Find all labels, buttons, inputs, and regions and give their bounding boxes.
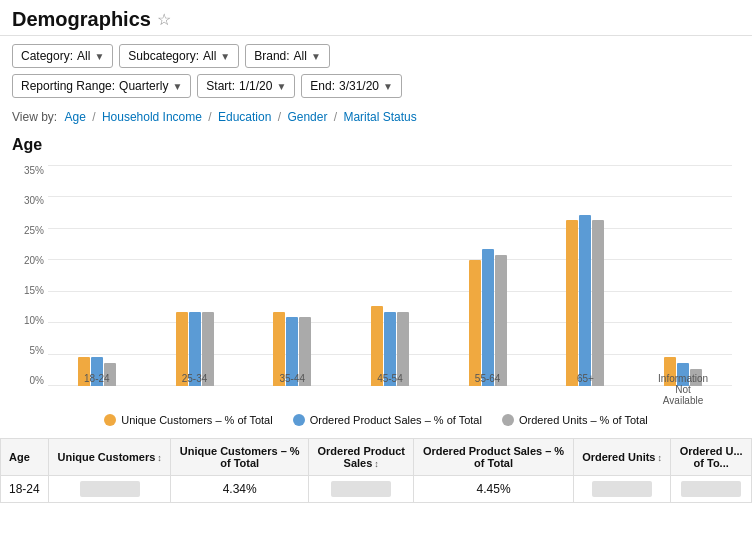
blurred-sales [331,481,391,497]
start-date-filter[interactable]: Start: 1/1/20 ▼ [197,74,295,98]
bar-orange-5 [566,220,578,386]
bars-wrapper [48,166,732,386]
view-marital-link[interactable]: Marital Status [343,110,416,124]
legend-ordered-sales: Ordered Product Sales – % of Total [293,414,482,426]
th-age: Age [1,439,49,476]
category-value: All [77,49,90,63]
cell-unique-1824 [49,476,171,503]
x-label-4: 55-64 [463,373,513,406]
end-value: 3/31/20 [339,79,379,93]
legend-label-blue: Ordered Product Sales – % of Total [310,414,482,426]
x-labels: 18-2425-3435-4445-5455-6465+Information … [48,373,732,406]
bar-blue-4 [482,249,494,386]
view-education-link[interactable]: Education [218,110,271,124]
y-label-15: 15% [24,286,44,296]
legend-dot-blue [293,414,305,426]
th-ordered-units: Ordered Units↕ [573,439,671,476]
legend-unique-customers: Unique Customers – % of Total [104,414,272,426]
sort-icon-ou: ↕ [657,453,662,463]
view-by-label: View by: [12,110,57,124]
view-income-link[interactable]: Household Income [102,110,202,124]
view-by-row: View by: Age / Household Income / Educat… [0,106,752,132]
sort-icon-uc: ↕ [157,453,162,463]
bar-group-55-64 [469,249,507,386]
x-label-6: Information Not Available [658,373,708,406]
bar-orange-4 [469,260,481,386]
cell-age-1824: 18-24 [1,476,49,503]
legend-label-gray: Ordered Units – % of Total [519,414,648,426]
start-value: 1/1/20 [239,79,272,93]
reporting-label: Reporting Range: [21,79,115,93]
cell-units-1824 [573,476,671,503]
view-gender-link[interactable]: Gender [287,110,327,124]
bars-5 [566,215,604,386]
brand-value: All [294,49,307,63]
blurred-unique [80,481,140,497]
sort-icon-ops: ↕ [374,459,379,469]
subcategory-arrow: ▼ [220,51,230,62]
bar-gray-4 [495,255,507,386]
category-filter[interactable]: Category: All ▼ [12,44,113,68]
th-unique-customers: Unique Customers↕ [49,439,171,476]
view-age-link[interactable]: Age [64,110,85,124]
y-label-0: 0% [30,376,44,386]
cell-unique-pct-1824: 4.34% [171,476,309,503]
end-date-filter[interactable]: End: 3/31/20 ▼ [301,74,402,98]
y-label-20: 20% [24,256,44,266]
x-label-1: 25-34 [170,373,220,406]
x-label-0: 18-24 [72,373,122,406]
reporting-range-filter[interactable]: Reporting Range: Quarterly ▼ [12,74,191,98]
bar-gray-5 [592,220,604,386]
legend-dot-orange [104,414,116,426]
y-label-25: 25% [24,226,44,236]
table-header-row: Age Unique Customers↕ Unique Customers –… [1,439,752,476]
legend-label-orange: Unique Customers – % of Total [121,414,272,426]
demographics-table: Age Unique Customers↕ Unique Customers –… [0,438,752,503]
y-axis: 35% 30% 25% 20% 15% 10% 5% 0% [12,166,48,386]
th-ordered-sales-pct: Ordered Product Sales – %of Total [414,439,573,476]
cell-sales-1824 [309,476,414,503]
brand-label: Brand: [254,49,289,63]
sep2: / [208,110,211,124]
legend-ordered-units: Ordered Units – % of Total [502,414,648,426]
x-label-2: 35-44 [267,373,317,406]
brand-arrow: ▼ [311,51,321,62]
blurred-units [592,481,652,497]
start-arrow: ▼ [276,81,286,92]
cell-units-pct-1824 [671,476,752,503]
y-label-30: 30% [24,196,44,206]
table-row: 18-24 4.34% 4.45% [1,476,752,503]
end-arrow: ▼ [383,81,393,92]
th-unique-pct: Unique Customers – %of Total [171,439,309,476]
sep4: / [334,110,337,124]
sep1: / [92,110,95,124]
x-label-3: 45-54 [365,373,415,406]
cell-sales-pct-1824: 4.45% [414,476,573,503]
th-ordered-sales: Ordered ProductSales↕ [309,439,414,476]
reporting-value: Quarterly [119,79,168,93]
brand-filter[interactable]: Brand: All ▼ [245,44,330,68]
subcategory-value: All [203,49,216,63]
page-title: Demographics [12,8,151,31]
y-label-10: 10% [24,316,44,326]
chart-legend: Unique Customers – % of Total Ordered Pr… [0,406,752,430]
y-label-5: 5% [30,346,44,356]
chart-section-title: Age [0,132,752,158]
favorite-icon[interactable]: ☆ [157,10,171,29]
sep3: / [278,110,281,124]
legend-dot-gray [502,414,514,426]
y-label-35: 35% [24,166,44,176]
start-label: Start: [206,79,235,93]
bars-4 [469,249,507,386]
page-header: Demographics ☆ [0,0,752,36]
reporting-arrow: ▼ [172,81,182,92]
age-chart: 35% 30% 25% 20% 15% 10% 5% 0% 18-2425-34… [0,158,752,406]
bar-group-65+ [566,215,604,386]
subcategory-filter[interactable]: Subcategory: All ▼ [119,44,239,68]
subcategory-label: Subcategory: [128,49,199,63]
th-ordered-units-pct: Ordered U...of To... [671,439,752,476]
category-label: Category: [21,49,73,63]
x-label-5: 65+ [560,373,610,406]
blurred-units-pct [681,481,741,497]
filters-bar: Category: All ▼ Subcategory: All ▼ Brand… [0,36,752,106]
